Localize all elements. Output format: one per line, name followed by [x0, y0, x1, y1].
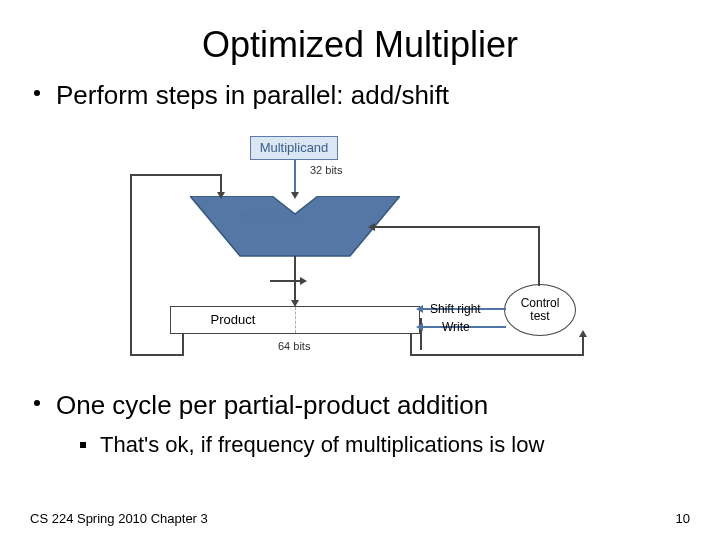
slide: Optimized Multiplier Perform steps in pa…: [0, 0, 720, 540]
product-box: Product: [170, 306, 420, 334]
multiplier-diagram: Multiplicand 32 bits 32-bit ALU Product …: [120, 130, 600, 370]
product-bits-label: 64 bits: [278, 340, 310, 352]
arrowhead-down-icon: [217, 192, 225, 199]
line: [372, 226, 540, 228]
line: [410, 334, 412, 354]
bullet-text: Perform steps in parallel: add/shift: [56, 80, 449, 110]
slide-title: Optimized Multiplier: [0, 24, 720, 66]
bullet-text: One cycle per partial-product addition: [56, 390, 488, 420]
arrowhead-right-icon: [300, 277, 307, 285]
line: [182, 334, 184, 354]
line: [270, 280, 300, 282]
alu-label: 32-bit ALU: [238, 210, 299, 225]
line: [410, 354, 584, 356]
bullet-dot-icon: [34, 400, 40, 406]
line: [582, 334, 584, 356]
line: [130, 174, 132, 356]
arrowhead-left-icon: [416, 323, 423, 331]
control-test-node: Control test: [504, 284, 576, 336]
sub-bullet-text: That's ok, if frequency of multiplicatio…: [100, 432, 544, 457]
product-label: Product: [171, 307, 296, 333]
bullet-dot-icon: [34, 90, 40, 96]
line: [294, 160, 296, 196]
page-number: 10: [676, 511, 690, 526]
bullet-square-icon: [80, 442, 86, 448]
line: [130, 174, 220, 176]
multiplicand-box: Multiplicand: [250, 136, 338, 160]
line: [538, 226, 540, 286]
line: [130, 354, 184, 356]
footer-course: CS 224 Spring 2010 Chapter 3: [30, 511, 208, 526]
multiplicand-bits-label: 32 bits: [310, 164, 342, 176]
write-label: Write: [442, 320, 470, 334]
arrowhead-up-icon: [579, 330, 587, 337]
shift-right-label: Shift right: [430, 302, 481, 316]
arrowhead-left-icon: [416, 305, 423, 313]
arrowhead-left-icon: [368, 223, 375, 231]
sub-bullet-frequency: That's ok, if frequency of multiplicatio…: [100, 432, 544, 458]
control-label-2: test: [505, 310, 575, 323]
bullet-cycle: One cycle per partial-product addition: [56, 390, 488, 421]
bullet-parallel: Perform steps in parallel: add/shift: [56, 80, 449, 111]
